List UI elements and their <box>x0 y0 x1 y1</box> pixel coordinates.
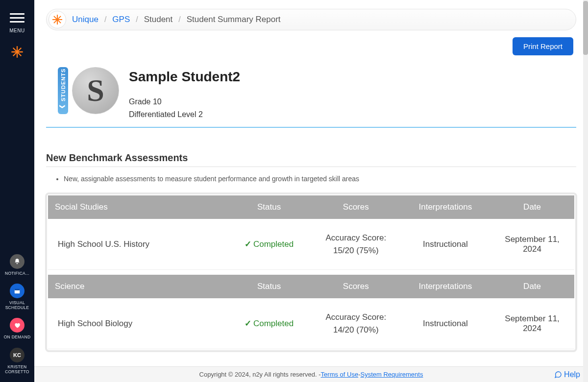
assessment-date: September 11, 2024 <box>490 298 574 349</box>
assessment-name: High School U.S. History <box>48 219 227 270</box>
breadcrumb-separator: / <box>104 15 106 24</box>
bell-icon <box>10 254 24 269</box>
table-header-dateلى: Date <box>490 275 574 298</box>
breadcrumb-separator: / <box>136 15 138 24</box>
student-level: Differentiated Level 2 <box>129 110 240 119</box>
app-logo-icon[interactable] <box>9 44 25 60</box>
assessment-score: Accuracy Score:15/20 (75%) <box>311 219 401 270</box>
assessment-table-science: Science Status Scores Interpretations Da… <box>48 275 574 349</box>
assessment-interpretation: Instructional <box>401 298 490 349</box>
assessment-status: ✓Completed <box>227 298 311 349</box>
assessments-tables: Social Studies Status Scores Interpretat… <box>45 192 577 352</box>
table-row[interactable]: High School U.S. History ✓Completed Accu… <box>48 219 574 270</box>
breadcrumb-separator: / <box>178 15 180 24</box>
sidebar-item-user-profile[interactable]: KC KRISTEN CORSETTO <box>1 348 33 374</box>
table-header-subject: Social Studies <box>48 195 227 219</box>
assessment-date: September 11, 2024 <box>490 219 574 270</box>
scrollbar[interactable] <box>583 0 588 382</box>
copyright-text: Copyright © 2024, n2y All rights reserve… <box>199 371 321 378</box>
sidebar-item-label: ON DEMAND <box>4 334 31 339</box>
chat-icon <box>554 371 562 379</box>
menu-icon[interactable] <box>10 11 24 25</box>
table-row[interactable]: High School Biology ✓Completed Accuracy … <box>48 298 574 349</box>
breadcrumb-item-student: Student <box>144 15 173 24</box>
table-header-date: Date <box>490 195 574 219</box>
help-button[interactable]: Help <box>554 370 580 379</box>
calendar-icon <box>10 284 24 298</box>
assessment-status: ✓Completed <box>227 219 311 270</box>
terms-link[interactable]: Terms of Use <box>321 371 359 378</box>
help-label: Help <box>564 370 580 379</box>
student-header: ❯ STUDENTS S Sample Student2 Grade 10 Di… <box>46 60 576 128</box>
assessment-score: Accuracy Score:14/20 (70%) <box>311 298 401 349</box>
sidebar-item-on-demand[interactable]: ON DEMAND <box>4 318 31 339</box>
check-icon: ✓ <box>245 239 251 249</box>
sidebar-item-label: NOTIFICA... <box>5 271 29 276</box>
menu-label: MENU <box>9 28 24 33</box>
assessment-interpretation: Instructional <box>401 219 490 270</box>
student-name: Sample Student2 <box>129 69 240 85</box>
assessment-name: High School Biology <box>48 298 227 349</box>
heart-icon <box>10 318 24 333</box>
breadcrumb-link-gps[interactable]: GPS <box>112 15 130 24</box>
section-description: New, assignable assessments to measure s… <box>64 175 576 183</box>
student-grade: Grade 10 <box>129 97 240 106</box>
students-tab-label: STUDENTS <box>60 69 66 101</box>
student-avatar: S <box>72 67 119 114</box>
student-info: Sample Student2 Grade 10 Differentiated … <box>129 67 240 119</box>
table-header-scores: Scores <box>311 195 401 219</box>
svg-rect-1 <box>15 289 20 290</box>
system-requirements-link[interactable]: System Requirements <box>361 371 423 378</box>
avatar-initials: KC <box>10 348 24 362</box>
breadcrumb-logo-icon[interactable] <box>49 11 66 28</box>
students-tab[interactable]: ❯ STUDENTS <box>58 67 68 114</box>
sidebar-item-label: VISUAL SCHEDULE <box>1 300 33 310</box>
check-icon: ✓ <box>245 319 251 328</box>
main-content: Unique / GPS / Student / Student Summary… <box>34 0 588 382</box>
breadcrumb-item-current: Student Summary Report <box>187 15 281 24</box>
breadcrumb: Unique / GPS / Student / Student Summary… <box>46 9 576 30</box>
chevron-right-icon: ❯ <box>60 104 66 109</box>
sidebar-item-notifications[interactable]: NOTIFICA... <box>5 254 29 276</box>
assessment-table-social-studies: Social Studies Status Scores Interpretat… <box>48 195 574 270</box>
sidebar-item-visual-schedule[interactable]: VISUAL SCHEDULE <box>1 284 33 310</box>
table-header-subject: Science <box>48 275 227 298</box>
print-report-button[interactable]: Print Report <box>513 37 573 55</box>
scroll-thumb[interactable] <box>583 1 588 55</box>
table-header-interpretations: Interpretations <box>401 195 490 219</box>
sidebar-item-label: KRISTEN CORSETTO <box>1 364 33 374</box>
footer: Copyright © 2024, n2y All rights reserve… <box>34 366 588 382</box>
table-header-scores: Scores <box>311 275 401 298</box>
table-header-interpretations: Interpretations <box>401 275 490 298</box>
table-header-status: Status <box>227 195 311 219</box>
breadcrumb-link-unique[interactable]: Unique <box>72 15 98 24</box>
table-header-status: Status <box>227 275 311 298</box>
sidebar: MENU NOTIFICA... VISUAL SCHEDULE ON DEMA… <box>0 0 34 382</box>
section-title: New Benchmark Assessments <box>46 152 576 167</box>
